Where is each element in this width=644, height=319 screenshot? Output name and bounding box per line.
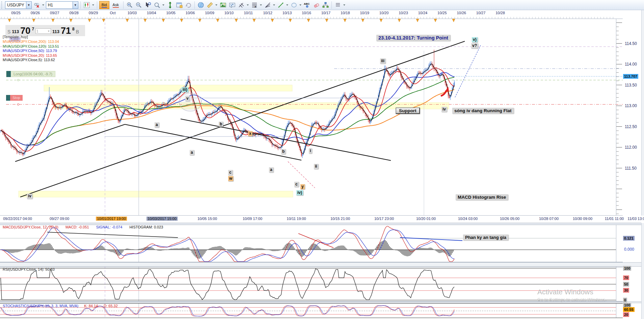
toolbar-grip[interactable] bbox=[1, 1, 3, 9]
fit-vertical-icon[interactable] bbox=[166, 1, 174, 9]
order-marker-icon bbox=[380, 19, 382, 22]
link-off-button[interactable] bbox=[33, 1, 41, 9]
fibonacci-icon[interactable]: F bbox=[250, 1, 259, 9]
globe-icon[interactable] bbox=[197, 1, 205, 9]
date-tick-label: 10/11 bbox=[244, 11, 253, 15]
wave-label-b[interactable]: b bbox=[219, 122, 223, 127]
chart-canvas[interactable] bbox=[0, 0, 644, 319]
order-marker-icon bbox=[325, 19, 328, 22]
objects-list-icon[interactable] bbox=[334, 1, 342, 9]
wave-label-a[interactable]: a bbox=[190, 150, 194, 155]
stop-order-badge[interactable]: Stop bbox=[6, 95, 23, 101]
buy-price[interactable]: 71 bbox=[61, 26, 71, 35]
ruler-dropdown-icon[interactable] bbox=[215, 1, 218, 9]
timeframe-select[interactable]: H1 ▼ bbox=[46, 1, 78, 9]
macd-value: MACD: -0.051 bbox=[65, 225, 89, 229]
symbol-value: USD/JPY bbox=[5, 3, 26, 7]
timeframe-dropdown-icon[interactable]: ▼ bbox=[73, 2, 78, 8]
image-icon[interactable] bbox=[219, 1, 227, 9]
panel-divider[interactable] bbox=[0, 262, 641, 267]
wave-label-iv[interactable]: iv bbox=[441, 107, 447, 112]
quantity-dropdown-icon[interactable]: ▼ bbox=[47, 30, 50, 33]
main-toolbar: USD/JPY ▼ H1 ▼ Bid Ask F ABC bbox=[0, 0, 644, 10]
stoch-current-tag: 60.55 bbox=[623, 307, 635, 312]
running-flat-annotation[interactable]: sóng iv dang Running Flat bbox=[452, 108, 514, 114]
ellipse-dropdown-icon[interactable] bbox=[299, 1, 302, 9]
wave-label-a[interactable]: a bbox=[269, 167, 273, 172]
wave-label-iii[interactable]: iii) bbox=[182, 87, 188, 92]
objects-list-dropdown-icon[interactable] bbox=[343, 1, 346, 9]
wave-label-v[interactable]: v bbox=[185, 96, 190, 101]
wave-label-c[interactable]: c bbox=[228, 170, 233, 175]
wave-label-iv[interactable]: iv bbox=[27, 194, 32, 199]
chart-type-dropdown-icon[interactable] bbox=[92, 1, 95, 9]
time-tick-label: 10/24 03:00 bbox=[457, 217, 479, 221]
date-tick-label: 09/29 bbox=[89, 11, 98, 15]
pitchfork-icon[interactable] bbox=[237, 1, 245, 9]
activate-windows-hint: Go to Settings to activate Windows. bbox=[537, 297, 607, 302]
chart-type-button[interactable] bbox=[83, 1, 91, 9]
area-zoom-icon[interactable] bbox=[153, 1, 161, 9]
support-annotation[interactable]: Support bbox=[396, 107, 420, 114]
wave-label-w[interactable]: w bbox=[228, 176, 233, 181]
zoom-in-icon[interactable] bbox=[126, 1, 134, 9]
quantity-select[interactable]: 1 ▼ bbox=[35, 28, 51, 34]
order-marker-icon bbox=[235, 19, 238, 22]
trading-platform-window: { "toolbar": { "symbol": "USD/JPY", "tim… bbox=[0, 0, 644, 319]
pitchfork-dropdown-icon[interactable] bbox=[246, 1, 249, 9]
fan-icon[interactable] bbox=[264, 1, 272, 9]
wave-label-a[interactable]: a bbox=[155, 122, 159, 127]
order-marker-icon bbox=[144, 19, 146, 22]
wave-label-v?[interactable]: v? bbox=[471, 43, 478, 48]
text-label-icon[interactable]: ABC bbox=[303, 1, 311, 9]
wave-label-iii[interactable]: iii bbox=[380, 58, 385, 64]
panel-divider[interactable] bbox=[0, 223, 641, 225]
stoch-d-value: D: 65.32 bbox=[104, 304, 118, 308]
ask-button[interactable]: Ask bbox=[110, 1, 121, 9]
sell-price[interactable]: 70 bbox=[20, 26, 30, 35]
cursor-zoom-icon[interactable] bbox=[144, 1, 152, 9]
wave-label-b[interactable]: b bbox=[281, 149, 286, 154]
long-badge-icon bbox=[6, 71, 11, 77]
revert-icon[interactable] bbox=[184, 1, 192, 9]
fibonacci-dropdown-icon[interactable] bbox=[260, 1, 263, 9]
symbol-select[interactable]: USD/JPY ▼ bbox=[5, 1, 32, 9]
trendline-dropdown-icon[interactable] bbox=[286, 1, 289, 9]
ruler-icon[interactable] bbox=[206, 1, 214, 9]
wave-label-i[interactable]: i bbox=[309, 148, 312, 153]
time-tick-label: 10/30 09:00 bbox=[572, 217, 593, 221]
wave-label-iv[interactable]: iv) bbox=[296, 190, 303, 195]
macd-legend: MACD(USD/JPY.Close, 12, 26, 9) MACD: -0.… bbox=[3, 225, 169, 229]
date-tick-label: 10/10 bbox=[224, 11, 234, 15]
wave-label-x[interactable]: x bbox=[248, 131, 252, 136]
eraser-icon[interactable] bbox=[312, 1, 320, 9]
objects-tree-icon[interactable] bbox=[321, 1, 329, 9]
window-settings-icon[interactable] bbox=[175, 1, 183, 9]
divergence-annotation[interactable]: Phan ky an tang gia bbox=[463, 235, 508, 240]
time-tick-label: 10/15 21:00 bbox=[329, 217, 351, 221]
ellipse-icon[interactable] bbox=[290, 1, 298, 9]
zoom-out-icon[interactable] bbox=[135, 1, 143, 9]
link-dropdown-icon[interactable] bbox=[42, 1, 45, 9]
order-marker-icon bbox=[126, 19, 129, 22]
fan-dropdown-icon[interactable] bbox=[273, 1, 276, 9]
turning-point-annotation[interactable]: 23.10-4.11.2017: Turning Point bbox=[376, 35, 450, 41]
wave-label-v[interactable]: v) bbox=[472, 37, 478, 42]
order-marker-icon bbox=[271, 19, 274, 22]
price-tick-label: 113.00 bbox=[625, 103, 637, 108]
bid-button[interactable]: Bid bbox=[99, 1, 109, 9]
macd-histogram-rise-annotation[interactable]: MACD Histogram Rise bbox=[456, 194, 508, 200]
order-marker-icon bbox=[289, 19, 292, 22]
price-tick-label: 114.00 bbox=[625, 62, 637, 67]
mva-legend-line: MVA(USD/JPY.Close,5): 113.62 bbox=[3, 58, 55, 62]
wave-label-ii[interactable]: ii bbox=[314, 164, 318, 169]
trendline-icon[interactable] bbox=[277, 1, 285, 9]
activate-windows-watermark: Activate Windows bbox=[537, 288, 593, 296]
long-position-badge[interactable]: Long(10/26 04:00, -9.7) bbox=[6, 71, 55, 77]
price-tick-label: 112.00 bbox=[625, 145, 637, 150]
symbol-dropdown-icon[interactable]: ▼ bbox=[26, 2, 31, 8]
callout-icon[interactable] bbox=[228, 1, 236, 9]
area-zoom-dropdown-icon[interactable] bbox=[162, 1, 165, 9]
wave-label-y[interactable]: y bbox=[300, 184, 305, 189]
wave-label-c[interactable]: c bbox=[294, 182, 299, 187]
